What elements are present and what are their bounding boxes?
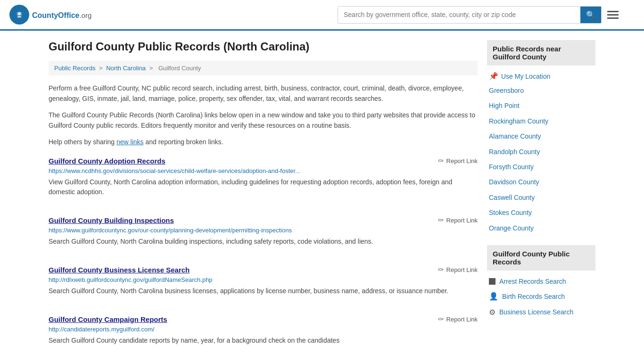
sidebar-records-list: Arrest Records Search👤Birth Records Sear…: [487, 274, 595, 321]
record-url-3: http://candidatereports.myguilford.com/: [49, 326, 478, 333]
logo-text: CountyOffice.org: [32, 9, 91, 20]
record-desc-0: View Guilford County, North Carolina ado…: [49, 177, 478, 197]
record-item: Guilford County Building Inspections ⚰ R…: [49, 216, 478, 254]
location-pin-icon: 📌: [489, 72, 498, 81]
record-url-1: https://www.guilfordcountync.gov/our-cou…: [49, 227, 478, 234]
logo-icon: [9, 5, 29, 25]
menu-button[interactable]: [605, 9, 620, 21]
nearby-locations-list: GreensboroHigh PointRockingham CountyAla…: [487, 83, 595, 236]
sidebar: Public Records near Guilford County 📌 Us…: [487, 40, 595, 362]
nearby-location-3[interactable]: Alamance County: [487, 129, 595, 144]
report-icon-1: ⚰: [438, 216, 444, 225]
nearby-section: Public Records near Guilford County 📌 Us…: [487, 40, 595, 236]
search-button[interactable]: 🔍: [580, 7, 601, 23]
page-title: Guilford County Public Records (North Ca…: [49, 40, 478, 53]
record-item: Guilford County Adoption Records ⚰ Repor…: [49, 156, 478, 205]
sidebar-record-label-1: Birth Records Search: [502, 291, 565, 302]
use-location-label: Use My Location: [501, 73, 550, 80]
report-link-button-3[interactable]: ⚰ Report Link: [438, 315, 478, 324]
sidebar-record-0[interactable]: Arrest Records Search: [487, 274, 595, 288]
record-url-0: https://www.ncdhhs.gov/divisions/social-…: [49, 167, 478, 174]
intro-paragraph-1: Perform a free Guilford County, NC publi…: [49, 83, 478, 104]
intro-paragraph-2: The Guilford County Public Records (Nort…: [49, 110, 478, 131]
new-links-link[interactable]: new links: [116, 138, 144, 146]
nearby-location-5[interactable]: Forsyth County: [487, 159, 595, 174]
report-link-button-1[interactable]: ⚰ Report Link: [438, 216, 478, 225]
record-item: Guilford County Campaign Reports ⚰ Repor…: [49, 315, 478, 353]
report-link-button-0[interactable]: ⚰ Report Link: [438, 156, 478, 165]
records-section: Guilford County Public Records Arrest Re…: [487, 245, 595, 321]
nearby-location-8[interactable]: Stokes County: [487, 205, 595, 220]
breadcrumb-north-carolina[interactable]: North Carolina: [106, 65, 146, 72]
arrest-icon: [489, 278, 495, 285]
report-link-button-2[interactable]: ⚰ Report Link: [438, 265, 478, 274]
record-desc-1: Search Guilford County, North Carolina b…: [49, 237, 478, 247]
report-link-label: Report Link: [446, 157, 478, 165]
report-icon-2: ⚰: [438, 265, 444, 274]
nearby-location-6[interactable]: Davidson County: [487, 174, 595, 189]
record-url-2: http://rdlxweb.guilfordcountync.gov/guil…: [49, 276, 478, 283]
record-title-2[interactable]: Guilford County Business License Search: [49, 266, 190, 274]
sidebar-record-1[interactable]: 👤Birth Records Search: [487, 288, 595, 304]
svg-point-1: [18, 12, 21, 15]
nearby-location-9[interactable]: Orange County: [487, 221, 595, 236]
records-list: Guilford County Adoption Records ⚰ Repor…: [49, 156, 478, 353]
birth-icon: 👤: [489, 290, 498, 303]
record-desc-2: Search Guilford County, North Carolina b…: [49, 286, 478, 296]
record-title-0[interactable]: Guilford County Adoption Records: [49, 157, 165, 165]
records-section-header: Guilford County Public Records: [487, 245, 595, 271]
logo[interactable]: CountyOffice.org: [9, 5, 91, 25]
report-icon-0: ⚰: [438, 156, 444, 165]
nearby-header: Public Records near Guilford County: [487, 40, 595, 66]
nearby-location-4[interactable]: Randolph County: [487, 144, 595, 159]
nearby-location-2[interactable]: Rockingham County: [487, 114, 595, 129]
breadcrumb-current: Guilford County: [158, 65, 201, 72]
search-icon: 🔍: [586, 11, 595, 19]
record-desc-3: Search Guilford County candidate reports…: [49, 336, 478, 346]
breadcrumb-public-records[interactable]: Public Records: [54, 65, 95, 72]
record-title-3[interactable]: Guilford County Campaign Reports: [49, 315, 167, 323]
search-input[interactable]: [338, 7, 580, 22]
breadcrumb: Public Records > North Carolina > Guilfo…: [49, 61, 478, 75]
report-link-label: Report Link: [446, 266, 478, 273]
nearby-location-1[interactable]: High Point: [487, 98, 595, 113]
nearby-location-7[interactable]: Caswell County: [487, 190, 595, 205]
record-title-1[interactable]: Guilford County Building Inspections: [49, 216, 174, 224]
sidebar-record-label-2: Business License Search: [499, 307, 573, 317]
report-link-label: Report Link: [446, 316, 478, 323]
business-icon: ⚙: [489, 306, 495, 319]
report-icon-3: ⚰: [438, 315, 444, 324]
report-link-label: Report Link: [446, 217, 478, 224]
sidebar-record-label-0: Arrest Records Search: [499, 276, 566, 287]
sidebar-record-2[interactable]: ⚙Business License Search: [487, 304, 595, 321]
use-my-location-link[interactable]: 📌 Use My Location: [487, 69, 595, 83]
record-item: Guilford County Business License Search …: [49, 265, 478, 304]
help-text: Help others by sharing new links and rep…: [49, 137, 478, 147]
nearby-location-0[interactable]: Greensboro: [487, 83, 595, 98]
